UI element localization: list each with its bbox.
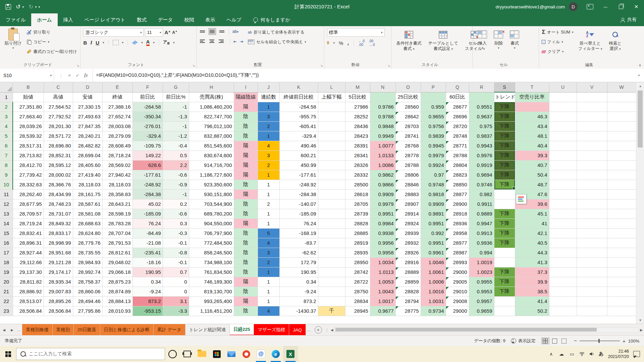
cell-L21[interactable] [318,287,345,296]
cell-V23[interactable] [577,306,607,316]
cell-F12[interactable]: 45.02 [132,199,163,209]
undo-dropdown-icon[interactable]: ▾ [22,5,24,9]
col-header-H[interactable]: H [189,82,234,92]
cell-J17[interactable]: 3 [258,248,279,257]
header-cell-H1[interactable]: 売買高(株) [189,92,234,102]
cell-U5[interactable] [549,131,577,141]
cell-H13[interactable]: 689,780,200 [189,209,234,219]
cell-F10[interactable]: -248.92 [132,180,163,189]
cell-B18[interactable]: 29,112.66 [13,257,44,267]
align-center-icon[interactable] [209,38,215,44]
cell-O16[interactable]: 28932 [395,238,421,248]
cell-G14[interactable]: 0.3 [163,219,189,228]
cell-S20[interactable]: 下降 [494,277,515,287]
start-button[interactable] [0,346,16,362]
cell-Q18[interactable]: 28993 [446,257,469,267]
cell-K20[interactable]: 0.34 [279,277,318,287]
header-cell-R1[interactable] [469,92,494,102]
mail-button[interactable] [224,346,239,362]
header-cell-B1[interactable]: 始値 [13,92,44,102]
cell-F14[interactable]: 76.24 [132,219,163,228]
cell-O22[interactable]: 28794 [395,296,421,306]
cell-S8[interactable]: 下降 [494,160,515,170]
cell-U9[interactable] [549,170,577,180]
cell-R7[interactable]: 0.9976 [469,150,494,160]
cell-K15[interactable]: -168.19 [279,228,318,238]
customize-qat-icon[interactable]: ▾ [39,5,40,9]
cell-O17[interactable]: 28926 [395,248,421,257]
borders-icon[interactable] [113,40,119,45]
number-dialog-launcher[interactable]: ↘ [387,64,390,67]
row-header-8[interactable]: 8 [0,160,13,170]
cell-R22[interactable]: 0.9957 [469,296,494,306]
cell-C18[interactable]: 29,121.28 [44,257,73,267]
format-as-table-button[interactable]: テーブルとして書式設定 ▾ [426,28,460,61]
cell-W15[interactable] [607,228,636,238]
cell-M17[interactable]: 28935 [345,248,370,257]
cell-D22[interactable]: 28,494.46 [73,296,102,306]
decrease-font-icon[interactable]: A▼ [172,30,177,35]
cell-W19[interactable] [607,267,636,277]
cell-Q10[interactable]: 28850 [446,180,469,189]
col-header-O[interactable]: O [395,82,421,92]
fill-button[interactable]: ↓フィル▾ [542,38,573,46]
clear-button[interactable]: クリア▾ [542,48,573,56]
cell-J6[interactable]: 4 [258,141,279,150]
cell-B19[interactable]: 29,137.30 [13,267,44,277]
cell-S4[interactable]: 下降 [494,121,515,131]
merge-center-button[interactable]: セルを結合して中央揃え▾ [248,38,306,46]
cell-M10[interactable]: 28500 [345,180,370,189]
cell-J4[interactable]: 2 [258,121,279,131]
horizontal-scrollbar[interactable]: ◀ ▶ [329,324,644,336]
menu-tab-表示[interactable]: 表示 [200,13,221,26]
cell-T17[interactable]: 44.3 [515,248,549,257]
cell-W16[interactable] [607,238,636,248]
cell-E7[interactable]: 28,718.24 [102,150,132,160]
cell-T13[interactable]: 45.1 [515,209,549,219]
cell-S23[interactable] [494,306,515,316]
cell-L3[interactable] [318,112,345,121]
cell-R21[interactable]: 0.9953 [469,287,494,296]
cell-I17[interactable]: 陰 [234,248,258,257]
cell-C8[interactable]: 28,595.12 [44,160,73,170]
display-settings-button[interactable]: 表示設定 [511,338,536,344]
cell-Q2[interactable]: 28677 [446,102,469,112]
cell-K13[interactable]: -185.09 [279,209,318,219]
at-app-button[interactable]: @ [254,346,268,362]
col-header-Q[interactable]: Q [446,82,469,92]
cell-I13[interactable]: 陰 [234,209,258,219]
col-header-D[interactable]: D [73,82,102,92]
ime-mode[interactable]: あ [599,351,603,357]
cell-P20[interactable]: 1.0006 [421,277,446,287]
number-format-combo[interactable]: 標準▾ [327,28,385,37]
sheet-tab-業種別株価[interactable]: 業種別株価 [22,324,53,336]
cell-P3[interactable]: 0.9655 [421,112,446,121]
ribbon-display-options-button[interactable] [582,0,598,13]
cell-E12[interactable]: 28,643.21 [102,199,132,209]
browser-red-button[interactable] [239,346,254,362]
cell-U15[interactable] [549,228,577,238]
format-cells-button[interactable]: 書式▾ [508,28,521,61]
cell-G16[interactable]: -0.1 [163,238,189,248]
zoom-in-button[interactable]: + [623,338,626,344]
hscroll-left-icon[interactable]: ◀ [331,328,333,332]
taskbar-search-input[interactable]: ここに入力して検索 [16,348,165,360]
cell-E13[interactable]: 28,598.19 [102,209,132,219]
cell-E19[interactable]: 29,066.18 [102,267,132,277]
cell-K7[interactable]: 600.21 [279,150,318,160]
cell-K23[interactable]: -1430.37 [279,306,318,316]
cell-E22[interactable]: 28,884.13 [102,296,132,306]
underline-dropdown[interactable]: ▾ [103,41,104,44]
cell-E20[interactable]: 28,875.23 [102,277,132,287]
percent-icon[interactable]: % [339,40,343,46]
cell-P9[interactable]: 0.97 [421,170,446,180]
cell-Q22[interactable]: 29008 [446,296,469,306]
cell-T5[interactable]: 48.1 [515,131,549,141]
cell-H14[interactable]: 904,550,000 [189,219,234,228]
cell-D18[interactable]: 28,984.93 [73,257,102,267]
speaker-icon[interactable] [589,351,594,357]
row-header-17[interactable]: 17 [0,248,13,257]
cell-N9[interactable]: 0.9862 [370,170,395,180]
header-cell-P1[interactable] [421,92,446,102]
cell-K3[interactable]: -955.75 [279,112,318,121]
